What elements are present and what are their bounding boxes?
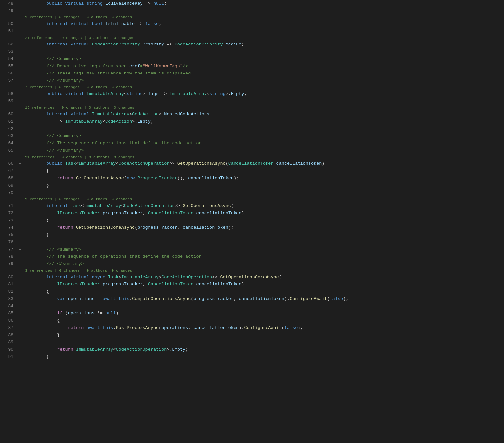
line-num-72: 72 (0, 210, 17, 217)
code-line-60: 60 − internal virtual ImmutableArray<Cod… (0, 111, 504, 118)
line-num-53: 53 (0, 48, 17, 55)
code-line-82: 82 { (0, 288, 504, 295)
code-line-50: 50 internal virtual bool IsInlinable => … (0, 20, 504, 28)
code-line-80: 80 internal virtual async Task<Immutable… (0, 274, 504, 281)
fold-66[interactable]: − (17, 160, 23, 167)
meta-line-80: 3 references | 0 changes | 0 authors, 0 … (0, 268, 504, 274)
meta-text-71: 2 references | 0 changes | 0 authors, 0 … (25, 196, 132, 202)
code-line-59: 59 (0, 98, 504, 105)
meta-text-60: 15 references | 0 changes | 0 authors, 0… (25, 105, 134, 111)
line-num-85: 85 (0, 310, 17, 317)
code-line-58: 58 public virtual ImmutableArray<string>… (0, 90, 504, 98)
line-num-75: 75 (0, 231, 17, 239)
fold-72[interactable]: − (17, 210, 23, 217)
line-num-70: 70 (0, 189, 17, 196)
code-91: } (23, 353, 504, 361)
line-num-77: 77 (0, 246, 17, 253)
code-71: internal Task<ImmutableArray<CodeActionO… (23, 202, 504, 210)
code-87: return await this.PostProcessAsync(opera… (23, 324, 504, 332)
code-line-67: 67 { (0, 167, 504, 175)
line-num-68: 68 (0, 175, 17, 182)
code-line-66: 66 − public Task<ImmutableArray<CodeActi… (0, 160, 504, 167)
code-68: return GetOperationsAsync(new ProgressTr… (23, 175, 504, 182)
code-48: public virtual string EquivalenceKey => … (23, 0, 504, 7)
line-num-87: 87 (0, 324, 17, 332)
fold-85[interactable]: − (17, 310, 23, 317)
line-num-76: 76 (0, 239, 17, 246)
code-64: /// The sequence of operations that defi… (23, 140, 504, 147)
code-line-85: 85 − if (operations != null) (0, 310, 504, 317)
meta-text-58: 7 references | 0 changes | 0 authors, 0 … (25, 84, 132, 90)
code-line-61: 61 => ImmutableArray<CodeAction>.Empty; (0, 118, 504, 125)
line-num-65: 65 (0, 147, 17, 154)
fold-63[interactable]: − (17, 133, 23, 140)
line-num-51: 51 (0, 28, 17, 35)
line-num-60: 60 (0, 111, 17, 118)
code-line-52: 52 internal virtual CodeActionPriority P… (0, 41, 504, 48)
line-num-91: 91 (0, 353, 17, 361)
code-73: { (23, 217, 504, 224)
code-85: if (operations != null) (23, 310, 504, 317)
code-54: /// <summary> (23, 55, 504, 63)
line-num-80: 80 (0, 274, 17, 281)
meta-text-66: 21 references | 0 changes | 0 authors, 0… (25, 154, 134, 160)
code-77: /// <summary> (23, 246, 504, 253)
fold-54[interactable]: − (17, 55, 23, 63)
code-line-57: 57 /// </summary> (0, 77, 504, 84)
line-num-62: 62 (0, 125, 17, 133)
code-66: public Task<ImmutableArray<CodeActionOpe… (23, 160, 504, 167)
code-line-79: 79 /// </summary> (0, 260, 504, 268)
fold-77[interactable]: − (17, 246, 23, 253)
line-num-52: 52 (0, 41, 17, 48)
code-69: } (23, 182, 504, 189)
line-num-69: 69 (0, 182, 17, 189)
line-num-63: 63 (0, 133, 17, 140)
code-57: /// </summary> (23, 77, 504, 84)
code-82: { (23, 288, 504, 295)
line-num-74: 74 (0, 224, 17, 231)
code-line-68: 68 return GetOperationsAsync(new Progres… (0, 175, 504, 182)
code-52: internal virtual CodeActionPriority Prio… (23, 41, 504, 48)
line-num-64: 64 (0, 140, 17, 147)
code-line-53: 53 (0, 48, 504, 55)
line-num-49: 49 (0, 7, 17, 15)
line-num-61: 61 (0, 118, 17, 125)
code-58: public virtual ImmutableArray<string> Ta… (23, 90, 504, 98)
line-num-57: 57 (0, 77, 17, 84)
code-line-64: 64 /// The sequence of operations that d… (0, 140, 504, 147)
code-line-72: 72 − IProgressTracker progressTracker, C… (0, 210, 504, 217)
code-72: IProgressTracker progressTracker, Cancel… (23, 210, 504, 217)
fold-60[interactable]: − (17, 111, 23, 118)
line-num-84: 84 (0, 303, 17, 310)
code-editor: 48 public virtual string EquivalenceKey … (0, 0, 504, 443)
meta-text-80: 3 references | 0 changes | 0 authors, 0 … (25, 268, 132, 274)
code-80: internal virtual async Task<ImmutableArr… (23, 274, 504, 281)
meta-line-66: 21 references | 0 changes | 0 authors, 0… (0, 154, 504, 160)
code-line-55: 55 /// Descriptive tags from <see cref="… (0, 63, 504, 70)
code-78: /// The sequence of operations that defi… (23, 253, 504, 260)
code-63: /// <summary> (23, 133, 504, 140)
meta-line-60: 15 references | 0 changes | 0 authors, 0… (0, 105, 504, 111)
code-line-70: 70 (0, 189, 504, 196)
line-num-88: 88 (0, 332, 17, 339)
line-num-89: 89 (0, 339, 17, 346)
code-56: /// These tags may influence how the ite… (23, 70, 504, 77)
code-50: internal virtual bool IsInlinable => fal… (23, 20, 504, 28)
meta-line-71: 2 references | 0 changes | 0 authors, 0 … (0, 196, 504, 202)
code-75: } (23, 231, 504, 239)
line-num-90: 90 (0, 346, 17, 353)
code-line-89: 89 (0, 339, 504, 346)
line-num-71: 71 (0, 202, 17, 210)
line-num-59: 59 (0, 98, 17, 105)
code-line-86: 86 { (0, 317, 504, 324)
meta-line-50: 3 references | 0 changes | 0 authors, 0 … (0, 15, 504, 20)
code-line-54: 54 − /// <summary> (0, 55, 504, 63)
code-line-63: 63 − /// <summary> (0, 133, 504, 140)
line-num-55: 55 (0, 63, 17, 70)
code-65: /// </summary> (23, 147, 504, 154)
code-line-91: 91 } (0, 353, 504, 361)
code-67: { (23, 167, 504, 175)
meta-line-52: 21 references | 0 changes | 0 authors, 0… (0, 35, 504, 41)
code-line-78: 78 /// The sequence of operations that d… (0, 253, 504, 260)
fold-81[interactable]: − (17, 281, 23, 288)
